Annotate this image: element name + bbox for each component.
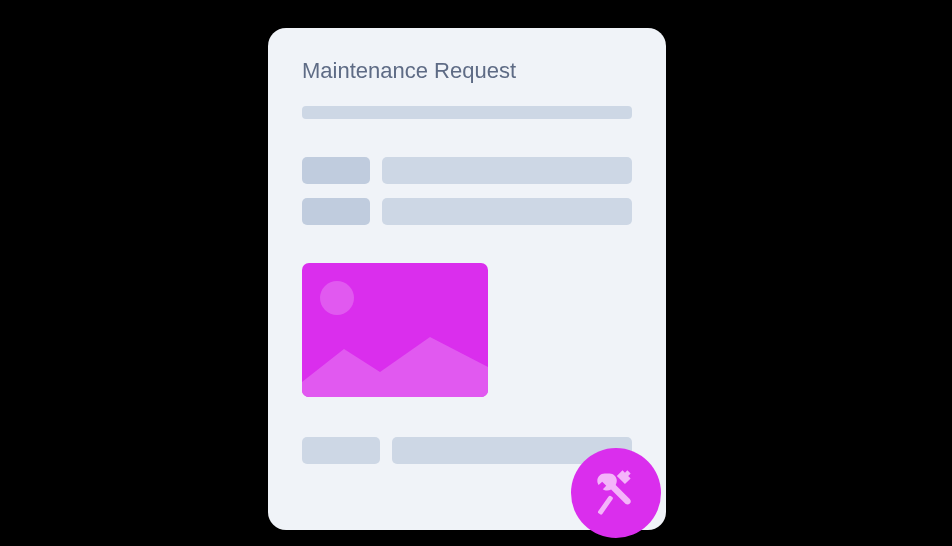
field-row [302,437,632,464]
field-label-placeholder [302,198,370,225]
field-value-placeholder [382,198,632,225]
tools-badge [571,448,661,538]
mountain-shape [302,337,488,397]
field-value-placeholder [382,157,632,184]
field-row [302,198,632,225]
tools-icon [590,467,642,519]
field-label-placeholder [302,157,370,184]
svg-rect-0 [597,495,613,515]
field-row [302,157,632,184]
placeholder-line [302,106,632,119]
field-label-placeholder [302,437,380,464]
sun-shape [320,281,354,315]
card-title: Maintenance Request [302,58,632,84]
image-placeholder-icon [302,263,488,397]
